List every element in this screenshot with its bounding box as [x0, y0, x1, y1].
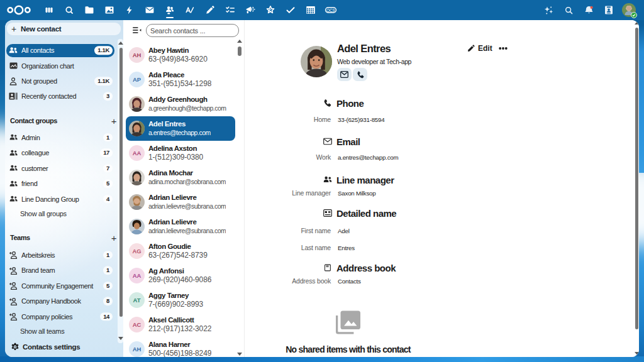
- svg-text:OCS: OCS: [326, 8, 336, 13]
